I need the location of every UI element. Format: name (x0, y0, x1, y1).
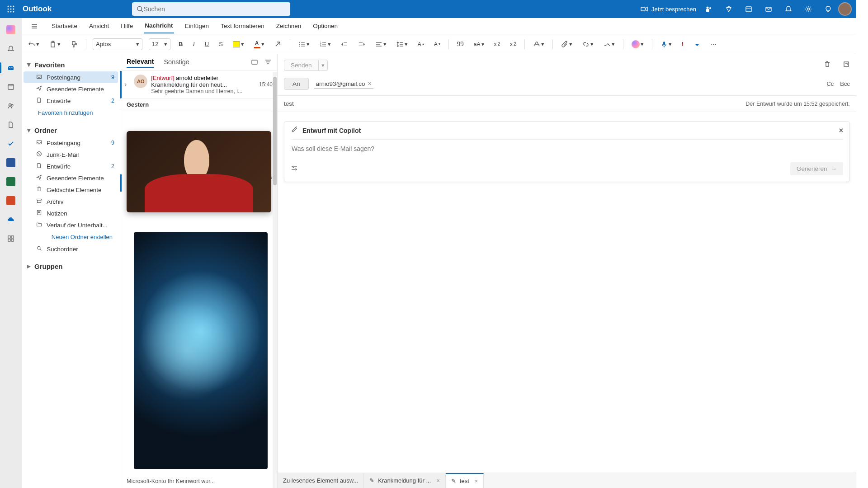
rail-onedrive[interactable] (2, 211, 20, 228)
folder-posteingang-fav[interactable]: Posteingang9 (24, 71, 118, 83)
folder-verlauf[interactable]: Verlauf der Unterhalt... (24, 219, 118, 231)
favoriten-header[interactable]: ▾Favoriten (24, 58, 118, 71)
reading-tab-test[interactable]: ✎test× (446, 473, 484, 488)
tab-text-formatieren[interactable]: Text formatieren (220, 19, 265, 33)
change-case-button[interactable]: aA▾ (472, 38, 486, 51)
italic-button[interactable]: I (191, 38, 196, 51)
superscript-button[interactable]: x2 (508, 38, 518, 51)
line-spacing-button[interactable]: ▾ (395, 38, 410, 51)
folder-entwuerfe-fav[interactable]: Entwürfe2 (24, 95, 118, 107)
rail-word[interactable] (2, 155, 20, 171)
new-folder-link[interactable]: Neuen Ordner erstellen (24, 231, 118, 243)
dictate-button[interactable]: ▾ (659, 38, 674, 51)
bullet-list-button[interactable]: ▾ (297, 38, 311, 51)
close-tab-icon[interactable]: × (475, 478, 478, 484)
subscript-button[interactable]: x2 (492, 38, 502, 51)
notifications-icon[interactable] (778, 0, 798, 18)
popout-icon[interactable] (843, 61, 850, 70)
copilot-button[interactable]: ▾ (630, 38, 646, 51)
undo-button[interactable]: ▾ (26, 38, 41, 51)
cc-button[interactable]: Cc (826, 80, 834, 87)
subject-value[interactable]: test (284, 100, 294, 107)
msglist-scrollbar[interactable] (273, 72, 277, 488)
underline-button[interactable]: U (203, 38, 211, 51)
reading-tab-placeholder[interactable]: Zu lesendes Element ausw... (278, 473, 364, 488)
ordner-header[interactable]: ▾Ordner (24, 123, 118, 137)
copilot-prompt-input[interactable] (291, 140, 843, 158)
rail-calendar[interactable] (2, 79, 20, 95)
tips-icon[interactable] (818, 0, 838, 18)
tab-hilfe[interactable]: Hilfe (120, 19, 134, 33)
paste-button[interactable]: ▾ (47, 38, 62, 51)
tab-zeichnen[interactable]: Zeichnen (275, 19, 302, 33)
send-button[interactable]: Senden (284, 60, 319, 71)
importance-low-button[interactable] (692, 38, 703, 51)
rail-todo[interactable] (2, 136, 20, 152)
font-selector[interactable]: Aptos▾ (93, 38, 142, 50)
focused-tab[interactable]: Relevant (127, 58, 154, 68)
rail-files[interactable] (2, 117, 20, 133)
close-tab-icon[interactable]: × (436, 477, 440, 484)
decrease-font-button[interactable]: A▾ (432, 38, 442, 51)
rail-more-apps[interactable] (2, 230, 20, 247)
rail-powerpoint[interactable] (2, 192, 20, 209)
increase-font-button[interactable]: A▴ (416, 38, 426, 51)
format-painter-button[interactable] (69, 38, 80, 51)
hamburger-icon[interactable] (28, 23, 41, 30)
attach-button[interactable]: ▾ (559, 38, 574, 51)
align-button[interactable]: ▾ (373, 38, 388, 51)
more-commands-button[interactable]: ⋯ (709, 38, 718, 51)
folder-geloeschte[interactable]: Gelöschte Elemente (24, 184, 118, 196)
rail-notify[interactable] (2, 41, 20, 57)
search-input[interactable] (143, 5, 286, 13)
indent-button[interactable] (356, 38, 367, 51)
folder-notizen[interactable]: Notizen (24, 207, 118, 219)
tab-startseite[interactable]: Startseite (51, 19, 78, 33)
importance-high-button[interactable]: ! (680, 38, 685, 51)
font-size-selector[interactable]: 12▾ (149, 38, 170, 50)
bold-button[interactable]: B (177, 38, 184, 51)
folder-entwuerfe[interactable]: Entwürfe2 (24, 160, 118, 172)
link-button[interactable]: ▾ (580, 38, 595, 51)
styles-button[interactable]: ▾ (531, 38, 546, 51)
teams-icon[interactable] (699, 0, 719, 18)
rail-mail[interactable] (2, 60, 20, 76)
signature-button[interactable]: ▾ (602, 38, 617, 51)
filter-icon[interactable] (264, 58, 272, 67)
other-tab[interactable]: Sonstige (164, 58, 189, 67)
add-favorite-link[interactable]: Favoriten hinzufügen (24, 107, 118, 119)
delete-draft-icon[interactable] (824, 61, 831, 70)
rail-copilot[interactable] (2, 22, 20, 38)
folder-gesendete[interactable]: Gesendete Elemente (24, 172, 118, 184)
tab-nachricht[interactable]: Nachricht (144, 19, 174, 33)
recipient-chip[interactable]: arnio93@gmail.co × (314, 79, 373, 89)
number-list-button[interactable]: 123▾ (318, 38, 333, 51)
select-toggle-icon[interactable] (251, 58, 258, 67)
font-color-button[interactable]: ▾ (252, 38, 266, 51)
generate-button[interactable]: Generieren→ (790, 162, 843, 175)
rail-excel[interactable] (2, 174, 20, 190)
rail-people[interactable] (2, 98, 20, 114)
settings-icon[interactable] (798, 0, 818, 18)
meet-now-button[interactable]: Jetzt besprechen (641, 5, 696, 13)
mail-plus-icon[interactable] (759, 0, 778, 18)
expand-thread-icon[interactable]: › (124, 80, 127, 89)
folder-gesendete-fav[interactable]: Gesendete Elemente (24, 83, 118, 95)
calendar-day-icon[interactable] (739, 0, 759, 18)
diamond-icon[interactable] (719, 0, 739, 18)
tab-optionen[interactable]: Optionen (312, 19, 339, 33)
folder-suchordner[interactable]: Suchordner (24, 243, 118, 255)
gruppen-header[interactable]: ▸Gruppen (24, 259, 118, 273)
quote-button[interactable]: 99 (455, 38, 466, 51)
folder-archiv[interactable]: Archiv (24, 196, 118, 207)
tab-einfuegen[interactable]: Einfügen (184, 19, 210, 33)
strikethrough-button[interactable]: S (217, 38, 225, 51)
reading-tab-krankmeldung[interactable]: ✎Krankmeldung für ...× (364, 473, 446, 488)
close-copilot-icon[interactable]: × (839, 127, 843, 135)
clear-format-button[interactable] (273, 38, 283, 51)
highlight-button[interactable]: ▾ (231, 38, 246, 51)
message-item[interactable]: › AO [Entwurf] arnold oberleiter Krankme… (120, 71, 277, 99)
remove-recipient-icon[interactable]: × (368, 80, 372, 87)
copilot-adjust-icon[interactable] (291, 164, 298, 174)
folder-junk[interactable]: Junk-E-Mail (24, 149, 118, 160)
